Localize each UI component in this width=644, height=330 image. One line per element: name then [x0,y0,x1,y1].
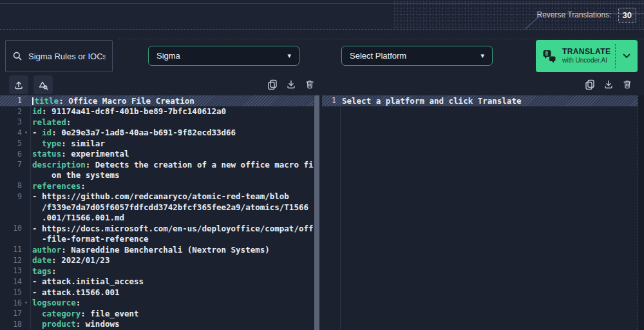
editor-row[interactable]: on the systems [0,170,314,181]
translate-sublabel: with Uncoder.AI [562,57,611,65]
code-text: - attack.initial_access [32,277,144,286]
trash-icon [622,79,632,90]
line-gutter: 17 [0,308,30,319]
editor-row[interactable]: 14- attack.initial_access [0,277,314,287]
fold-caret-icon[interactable]: ▾ [22,130,30,135]
copy-button[interactable] [585,79,595,90]
copy-button[interactable] [267,79,278,90]
code-text: - [32,128,42,137]
line-number: 9 [0,192,22,201]
clear-button[interactable] [622,79,632,90]
ioc-scan-button[interactable] [33,75,53,94]
editor-row[interactable]: 12date: 2022/01/23 [0,255,314,266]
target-editor-scroll-track[interactable] [638,95,644,330]
editor-row[interactable]: 7description: Detects the creation of a … [0,159,314,170]
editor-row[interactable]: 8references: [0,180,314,191]
line-gutter: 9 [0,191,30,202]
fold-caret-icon[interactable]: ▾ [22,300,30,306]
line-gutter: 6 [0,149,30,160]
line-number: 17 [0,309,22,318]
reverse-translations-count[interactable]: 30 [618,8,636,23]
editor-row[interactable]: 6status: experimental [0,149,314,160]
copy-icon [267,79,278,90]
yaml-key: description [32,160,86,170]
editor-row[interactable]: -file-format-reference [0,234,314,245]
line-number: 7 [0,160,22,169]
code-text: on the systems [32,170,119,180]
code-text: - https://docs.microsoft.com/en-us/deplo… [32,224,314,233]
source-editor-rows: 1title: Office Macro File Creation2id: 9… [0,95,314,329]
editor-row[interactable]: /f339e7da7d05f6057fdfcdd3742bfcf365fee2a… [0,202,314,213]
translation-toolbar: Sigma ▾ Select Platform ▾ @ [0,30,644,74]
line-gutter [0,234,30,245]
translate-button-main[interactable]: @ TRANSLATE with Uncoder.AI [536,40,615,72]
translate-button[interactable]: @ TRANSLATE with Uncoder.AI [536,40,638,72]
source-editor-scrollbar[interactable] [314,95,320,330]
yaml-key: status [32,149,61,159]
line-gutter: 14 [0,277,30,287]
toolbar-dashed-line [118,39,644,39]
caret-down-icon: ▾ [287,52,291,59]
code-line: logsource: [30,298,314,307]
editor-row[interactable]: .001/T1566.001.md [0,213,314,224]
top-bar: Reverse Translations: 30 [0,0,644,30]
yaml-key: tags [32,266,52,276]
editor-row[interactable]: 10- https://docs.microsoft.com/en-us/dep… [0,223,314,234]
line-gutter: 7 [0,159,30,170]
search-input[interactable] [28,52,106,61]
code-line: - attack.initial_access [30,277,314,286]
chevron-down-icon [623,53,630,59]
line-number: 10 [0,224,22,233]
code-line: /f339e7da7d05f6057fdfcdd3742bfcf365fee2a… [30,202,314,212]
code-text: : 91174a41-dc8f-401b-be89-7bfc140612a0 [42,106,226,116]
source-format-select[interactable]: Sigma ▾ [148,46,299,66]
editor-row[interactable]: 9- https://github.com/redcanaryco/atomic… [0,191,314,202]
editor-row[interactable]: 2id: 91174a41-dc8f-401b-be89-7bfc140612a… [0,106,314,117]
code-text: : [76,298,81,307]
code-text: - attack.t1566.001 [32,287,119,297]
line-number: 11 [0,245,22,254]
clear-button[interactable] [305,79,315,90]
code-text: : windows [76,319,120,329]
scrollbar-thumb[interactable] [314,95,319,330]
trash-icon [305,79,315,90]
target-editor[interactable]: 1Select a platform and click Translate [322,95,638,330]
line-gutter [0,170,30,181]
text-cursor [32,97,33,105]
editor-row[interactable]: 11author: Nasreddine Bencherchali (Nextr… [0,244,314,255]
line-gutter: 8 [0,180,30,191]
source-editor[interactable]: 1title: Office Macro File Creation2id: 9… [0,95,314,330]
code-line: author: Nasreddine Bencherchali (Nextron… [30,245,314,255]
editor-row[interactable]: 1title: Office Macro File Creation [0,95,314,106]
left-editor-actions [267,79,315,90]
editor-row[interactable]: 15- attack.t1566.001 [0,287,314,298]
code-text: .001/T1566.001.md [32,213,124,222]
editor-row[interactable]: 5 type: similar [0,138,314,149]
rules-search[interactable] [5,40,113,72]
target-platform-select[interactable]: Select Platform ▾ [341,46,493,66]
yaml-key: author [32,245,61,255]
code-text: -file-format-reference [32,234,149,244]
code-text: : [66,117,71,127]
editor-row[interactable]: 18 product: windows [0,319,314,330]
line-gutter: 10 [0,223,30,234]
download-button[interactable] [603,79,614,90]
yaml-key: id [42,128,52,137]
gutter-divider [340,95,341,330]
editor-row[interactable]: 1Select a platform and click Translate [322,95,638,106]
line-gutter: 13 [0,266,30,277]
translate-options-button[interactable] [616,40,638,72]
editor-row[interactable]: 13tags: [0,266,314,277]
editor-row[interactable]: 17 category: file_event [0,308,314,319]
line-number: 18 [0,320,22,329]
code-line: - id: 0e29e3a7-1ad8-40aa-b691-9f82ecd33d… [30,128,314,137]
editor-row[interactable]: 16▾logsource: [0,298,314,309]
upload-rule-button[interactable] [9,75,28,94]
search-icon [12,51,23,61]
source-format-value: Sigma [156,51,180,61]
copy-icon [585,79,595,90]
editor-row[interactable]: 4▾- id: 0e29e3a7-1ad8-40aa-b691-9f82ecd3… [0,128,314,139]
yaml-key: type [42,139,61,148]
download-button[interactable] [286,79,296,90]
editor-row[interactable]: 3related: [0,117,314,128]
